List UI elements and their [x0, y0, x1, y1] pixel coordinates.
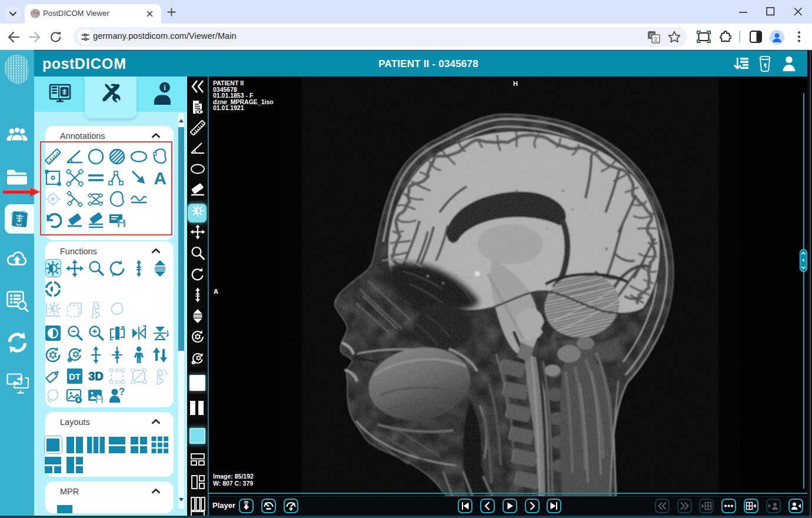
svg-text:DT: DT — [69, 371, 81, 381]
svg-text:?: ? — [119, 387, 125, 397]
svg-text:i: i — [164, 83, 166, 92]
svg-text:3D: 3D — [88, 370, 104, 383]
svg-text:文: 文 — [653, 36, 659, 42]
